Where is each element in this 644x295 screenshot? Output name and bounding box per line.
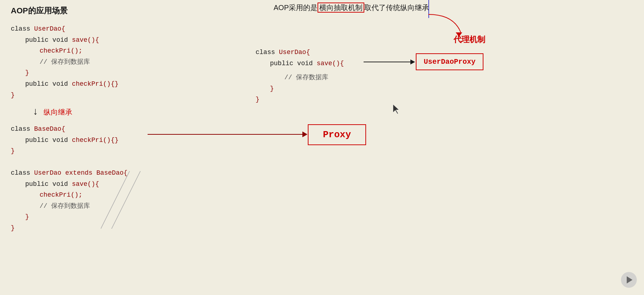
code-line: checkPri(); <box>40 45 212 57</box>
right-code-block-cont: // 保存数据库 } } <box>256 72 328 105</box>
code-line: public void save(){ <box>25 35 212 46</box>
highlight-横向抽取机制: 横向抽取机制 <box>318 3 364 13</box>
scroll-button[interactable] <box>621 272 637 288</box>
aop-description: AOP采用的是横向抽取机制取代了传统纵向继承 <box>274 3 429 13</box>
vertical-inherit-label: 纵向继承 <box>44 107 72 117</box>
code-line: class UserDao{ <box>11 23 212 35</box>
code-line: // 保存到数据库 <box>40 201 212 212</box>
long-arrow-line <box>148 134 302 135</box>
code-line: } <box>256 94 328 105</box>
user-dao-proxy-box: UserDaoProxy <box>416 53 483 70</box>
code-block-2: class BaseDao{ public void checkPri(){} … <box>11 124 212 157</box>
code-line: class UserDao extends BaseDao{ <box>11 167 212 179</box>
save-to-proxy-arrow <box>364 59 415 64</box>
code-line: checkPri(); <box>40 189 212 201</box>
arrow-head-icon <box>410 59 415 64</box>
left-panel: AOP的应用场景 class UserDao{ public void save… <box>11 5 212 234</box>
code-line: } <box>11 223 212 234</box>
code-line: // 保存数据库 <box>284 72 328 83</box>
page-title: AOP的应用场景 <box>11 5 212 16</box>
code-line: // 保存到数据库 <box>40 57 212 68</box>
main-container: AOP的应用场景 class UserDao{ public void save… <box>0 0 644 295</box>
proxy-bottom-box: Proxy <box>308 124 366 145</box>
code-block-1: class UserDao{ public void save(){ check… <box>11 23 212 100</box>
code-line: } <box>11 146 212 157</box>
proxy-bottom-label: Proxy <box>323 129 351 140</box>
code-line: } <box>270 83 328 94</box>
vertical-inherit-section: ↓ 纵向继承 <box>32 107 212 117</box>
code-block-3: class UserDao extends BaseDao{ public vo… <box>11 167 212 234</box>
code-line: public void save(){ <box>25 179 212 190</box>
arrow-line <box>364 62 410 62</box>
code-line: public void save(){ <box>270 58 344 69</box>
code-line: } <box>25 67 212 79</box>
code-line: public void checkPri(){} <box>25 79 212 90</box>
proxy-mechanism-label: 代理机制 <box>454 34 485 45</box>
code-line: } <box>11 90 212 101</box>
code-line: } <box>25 211 212 223</box>
scroll-button-icon <box>627 276 632 283</box>
arrow-down-icon: ↓ <box>32 107 39 117</box>
user-dao-proxy-label: UserDaoProxy <box>424 58 476 66</box>
long-arrow-to-proxy <box>148 131 307 137</box>
right-code-block: class UserDao{ public void save(){ <box>256 47 344 69</box>
code-line: class UserDao{ <box>256 47 344 58</box>
cursor-icon <box>392 104 400 116</box>
long-arrow-head-icon <box>302 131 307 137</box>
